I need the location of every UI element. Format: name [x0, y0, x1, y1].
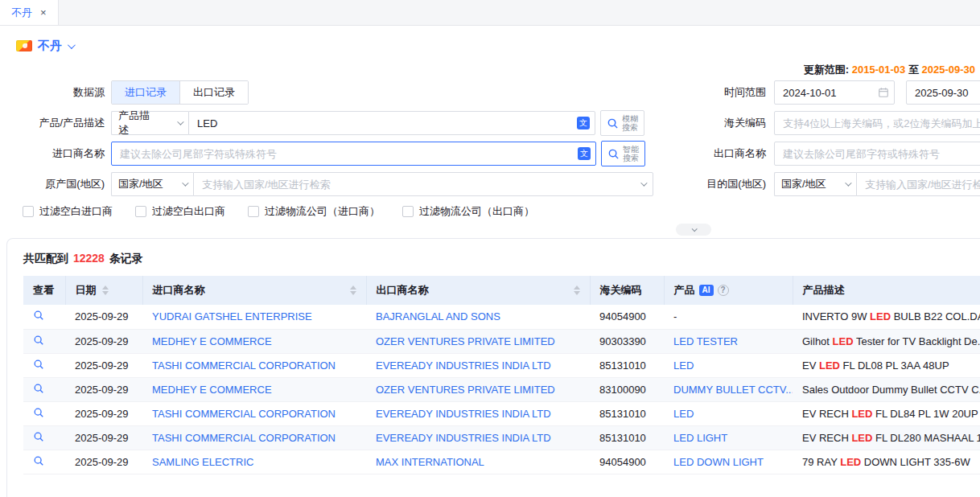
destination-country-field[interactable]	[856, 172, 980, 196]
exporter-link[interactable]: EVEREADY INDUSTRIES INDIA LTD	[376, 432, 551, 444]
hs-code-input[interactable]	[774, 111, 980, 135]
product-description: INVERTO 9W LED BULB B22 COL.DA ...	[793, 305, 980, 329]
exporter-link[interactable]: OZER VENTURES PRIVATE LIMITED	[376, 384, 555, 396]
match-count: 12228	[73, 252, 105, 265]
product-type-select[interactable]: 产品描述	[111, 111, 188, 135]
product-description: EV LED FL DL08 PL 3AA 48UP	[793, 353, 980, 377]
column-header-hs: 海关编码	[590, 276, 664, 305]
column-header-importer[interactable]: 进口商名称	[142, 276, 366, 305]
table-row[interactable]: 2025-09-29 MEDHEY E COMMERCE OZER VENTUR…	[23, 377, 980, 401]
table-row[interactable]: 2025-09-29 MEDHEY E COMMERCE OZER VENTUR…	[23, 329, 980, 353]
record-date: 2025-09-29	[65, 305, 142, 329]
view-record-button[interactable]	[33, 335, 44, 346]
search-icon	[607, 117, 619, 129]
translate-icon[interactable]: 文	[577, 117, 590, 129]
product-link[interactable]: LED	[673, 408, 694, 420]
destination-country-input[interactable]	[856, 172, 980, 196]
table-row[interactable]: 2025-09-29 SAMLING ELECTRIC MAX INTERNAT…	[23, 450, 980, 474]
destination-country-label: 目的国(地区)	[668, 177, 774, 191]
table-row[interactable]: 2025-09-29 TASHI COMMERCIAL CORPORATION …	[23, 353, 980, 377]
info-icon[interactable]: ?	[718, 285, 729, 296]
column-header-description: 产品描述	[793, 276, 980, 305]
view-record-button[interactable]	[33, 359, 44, 370]
column-header-date[interactable]: 日期	[65, 276, 142, 305]
importer-link[interactable]: TASHI COMMERCIAL CORPORATION	[152, 432, 336, 444]
export-records-button[interactable]: 出口记录	[179, 81, 248, 104]
checkbox-filter-logistics-importer[interactable]: 过滤物流公司（进口商）	[248, 204, 380, 219]
search-icon	[607, 148, 620, 160]
translate-icon[interactable]: 文	[578, 147, 591, 160]
checkbox-icon[interactable]	[135, 206, 146, 217]
tab-bhutan[interactable]: 不丹 ×	[0, 0, 59, 25]
view-record-button[interactable]	[33, 407, 44, 418]
fuzzy-search-button[interactable]: 模糊 搜索	[600, 110, 644, 136]
table-row[interactable]: 2025-09-29 TASHI COMMERCIAL CORPORATION …	[23, 401, 980, 425]
filter-row-origin: 原产国(地区) 国家/地区 目的国(地区) 国家/地区	[0, 172, 980, 196]
view-record-button[interactable]	[33, 455, 44, 466]
view-record-button[interactable]	[33, 431, 44, 442]
table-row[interactable]: 2025-09-29 YUDRAI GATSHEL ENTERPRISE BAJ…	[23, 305, 980, 329]
importer-search-input[interactable]	[111, 142, 596, 166]
importer-link[interactable]: MEDHEY E COMMERCE	[152, 384, 272, 396]
collapse-filters-button[interactable]	[676, 224, 711, 236]
filter-row-product: 产品/产品描述 产品描述 文 模糊 搜索 海关编码	[0, 111, 980, 135]
product-link[interactable]: LED DOWN LIGHT	[673, 456, 764, 468]
tab-title: 不丹	[11, 6, 32, 20]
destination-type-select[interactable]: 国家/地区	[774, 172, 856, 196]
product-search-field[interactable]: 文	[188, 111, 595, 135]
chevron-down-icon[interactable]	[68, 41, 76, 49]
importer-link[interactable]: SAMLING ELECTRIC	[152, 456, 253, 468]
filter-row-datasource: 数据源 进口记录 出口记录 时间范围	[0, 80, 980, 105]
product-link[interactable]: LED TESTER	[673, 335, 738, 347]
exporter-link[interactable]: OZER VENTURES PRIVATE LIMITED	[376, 335, 555, 347]
tab-bar: 不丹 ×	[0, 0, 980, 26]
sort-icon[interactable]	[350, 285, 356, 295]
view-record-button[interactable]	[33, 383, 44, 394]
importer-link[interactable]: TASHI COMMERCIAL CORPORATION	[152, 408, 336, 420]
product-link[interactable]: LED LIGHT	[673, 432, 727, 444]
tab-close-icon[interactable]: ×	[40, 7, 47, 18]
importer-link[interactable]: YUDRAI GATSHEL ENTERPRISE	[152, 310, 312, 322]
date-to-field[interactable]	[906, 80, 980, 105]
exporter-link[interactable]: BAJRANGLAL AND SONS	[376, 310, 500, 322]
product-description: Sales Outdoor Dummy Bullet CCTV C...	[793, 377, 980, 401]
column-header-exporter[interactable]: 出口商名称	[366, 276, 590, 305]
sort-icon[interactable]	[102, 285, 109, 295]
filter-row-importer: 进口商名称 文 智能 搜索 出口商名称	[0, 142, 980, 166]
time-range-label: 时间范围	[668, 85, 774, 100]
sort-icon[interactable]	[574, 285, 580, 295]
exporter-link[interactable]: EVEREADY INDUSTRIES INDIA LTD	[376, 359, 551, 372]
date-from-input[interactable]	[774, 80, 895, 105]
record-date: 2025-09-29	[65, 377, 142, 401]
results-table: 查看 日期 进口商名称 出口商名称 海关编码 产品	[23, 276, 980, 474]
product-link[interactable]: DUMMY BULLET CCTV...	[673, 384, 793, 396]
importer-link[interactable]: TASHI COMMERCIAL CORPORATION	[152, 359, 336, 372]
view-record-button[interactable]	[33, 310, 44, 321]
record-type-toggle: 进口记录 出口记录	[111, 80, 249, 105]
exporter-link[interactable]: EVEREADY INDUSTRIES INDIA LTD	[376, 408, 551, 420]
table-row[interactable]: 2025-09-29 TASHI COMMERCIAL CORPORATION …	[23, 425, 980, 450]
importer-link[interactable]: MEDHEY E COMMERCE	[152, 335, 272, 347]
exporter-link[interactable]: MAX INTERNATIONAL	[376, 456, 484, 468]
hs-code-field[interactable]	[774, 111, 980, 135]
origin-country-field[interactable]	[193, 172, 653, 196]
origin-type-select[interactable]: 国家/地区	[111, 172, 193, 196]
checkbox-filter-blank-exporter[interactable]: 过滤空白出口商	[135, 204, 225, 219]
origin-country-input[interactable]	[193, 172, 653, 196]
date-to-input[interactable]	[906, 80, 980, 105]
smart-search-button[interactable]: 智能 搜索	[601, 141, 645, 166]
import-records-button[interactable]: 进口记录	[112, 81, 179, 104]
importer-search-field[interactable]: 文	[111, 142, 596, 166]
product-link[interactable]: LED	[673, 359, 694, 372]
checkbox-icon[interactable]	[248, 206, 259, 217]
product-search-input[interactable]	[188, 111, 595, 135]
checkbox-filter-blank-importer[interactable]: 过滤空白进口商	[23, 204, 113, 219]
checkbox-filter-logistics-exporter[interactable]: 过滤物流公司（出口商）	[402, 204, 534, 219]
exporter-search-field[interactable]	[774, 142, 980, 166]
calendar-icon[interactable]	[878, 87, 889, 101]
exporter-search-input[interactable]	[774, 142, 980, 166]
checkbox-icon[interactable]	[402, 206, 414, 217]
date-from-field[interactable]	[774, 80, 895, 105]
checkbox-icon[interactable]	[23, 206, 34, 217]
country-name: 不丹	[38, 39, 62, 54]
